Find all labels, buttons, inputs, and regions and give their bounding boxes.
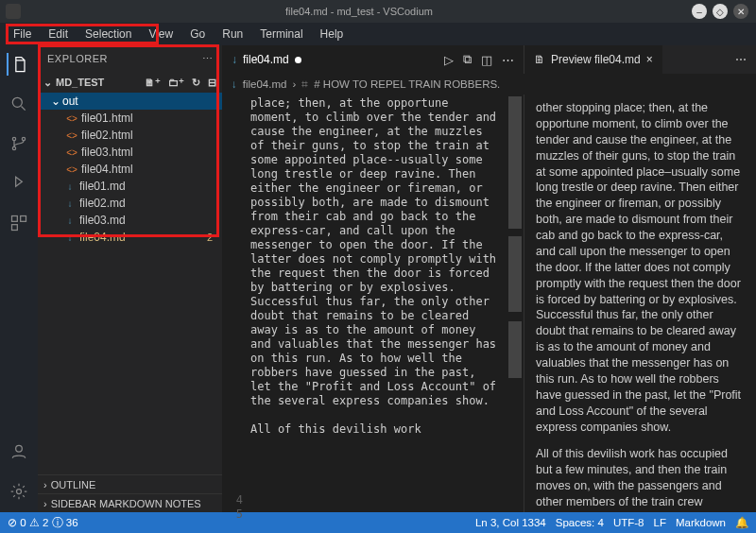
status-language[interactable]: Markdown	[676, 517, 726, 528]
menu-terminal[interactable]: Terminal	[252, 26, 310, 43]
project-section[interactable]: ⌄ MD_TEST 🗎⁺ 🗀⁺ ↻ ⊟	[38, 72, 222, 93]
notes-panel[interactable]: ›SIDEBAR MARKDOWN NOTES	[38, 493, 222, 512]
explorer-more-icon[interactable]: ⋯	[202, 53, 214, 65]
file-label: file02.html	[81, 129, 133, 142]
markdown-icon: ↓	[62, 198, 77, 209]
activity-scm[interactable]	[8, 132, 30, 155]
status-problems[interactable]: ⊘ 0 ⚠ 2 ⓘ 36	[8, 516, 78, 530]
more-icon[interactable]: ⋯	[502, 53, 514, 67]
menubar: File Edit Selection View Go Run Terminal…	[0, 23, 756, 45]
menu-go[interactable]: Go	[182, 26, 213, 43]
activity-extensions[interactable]	[8, 212, 30, 234]
activity-debug[interactable]	[8, 172, 30, 195]
tab-preview[interactable]: 🗎 Preview file04.md ×	[524, 45, 662, 74]
file-item[interactable]: <>file04.html	[38, 161, 222, 178]
files-icon	[10, 55, 29, 74]
titlebar: file04.md - md_test - VSCodium – ◇ ✕	[0, 0, 756, 23]
outline-label: OUTLINE	[51, 479, 96, 490]
close-icon[interactable]: ×	[646, 53, 653, 66]
html-icon: <>	[64, 130, 79, 141]
more-icon[interactable]: ⋯	[735, 53, 747, 66]
markdown-icon: ↓	[232, 78, 237, 90]
activity-explorer[interactable]	[7, 53, 29, 76]
folder-label: out	[62, 95, 78, 108]
activity-account[interactable]	[8, 440, 30, 463]
bell-icon[interactable]: 🔔	[735, 516, 748, 529]
preview-paragraph: All of this devilish work has occupied b…	[536, 446, 745, 512]
status-indent[interactable]: Spaces: 4	[556, 517, 604, 528]
close-button[interactable]: ✕	[733, 4, 748, 19]
menu-run[interactable]: Run	[215, 26, 250, 43]
file-item[interactable]: <>file02.html	[38, 127, 222, 144]
menu-help[interactable]: Help	[313, 26, 352, 43]
svg-point-2	[12, 146, 15, 149]
file-item[interactable]: ↓file03.md	[38, 212, 222, 229]
refresh-icon[interactable]: ↻	[192, 77, 200, 89]
breadcrumb-file[interactable]: file04.md	[243, 78, 287, 90]
html-icon: <>	[64, 147, 79, 158]
editor-tabs: ↓ file04.md	[222, 45, 312, 74]
extensions-icon	[9, 214, 28, 232]
modified-dot-icon	[295, 57, 301, 63]
menu-selection[interactable]: Selection	[77, 26, 139, 43]
minimize-button[interactable]: –	[692, 4, 707, 19]
html-icon: <>	[64, 113, 79, 124]
menu-file[interactable]: File	[6, 26, 39, 43]
html-icon: <>	[64, 164, 79, 175]
svg-point-1	[12, 137, 15, 140]
new-file-icon[interactable]: 🗎⁺	[145, 77, 161, 89]
file-item[interactable]: <>file03.html	[38, 144, 222, 161]
preview-paragraph: other stopping place; then, at the oppor…	[536, 100, 745, 435]
editor-actions: ▷ ⧉ ◫ ⋯	[435, 45, 524, 74]
minimap[interactable]	[507, 95, 524, 512]
markdown-icon: ↓	[232, 53, 237, 66]
status-encoding[interactable]: UTF-8	[613, 517, 644, 528]
file-item-active[interactable]: ↓file04.md2	[38, 229, 222, 246]
chevron-right-icon: ›	[43, 498, 47, 509]
file-item[interactable]: <>file01.html	[38, 110, 222, 127]
status-position[interactable]: Ln 3, Col 1334	[475, 517, 546, 528]
svg-point-0	[12, 97, 22, 107]
breadcrumb-heading[interactable]: # HOW TO REPEL TRAIN ROBBERS.	[314, 78, 500, 90]
line-gutter: 4 5	[222, 95, 250, 512]
sidebar: EXPLORER ⋯ ⌄ MD_TEST 🗎⁺ 🗀⁺ ↻ ⊟ ⌄ out <>f…	[38, 45, 222, 512]
code-content[interactable]: place; then, at the opportune moment, to…	[250, 95, 524, 512]
chevron-right-icon: ›	[43, 479, 47, 490]
file-item[interactable]: ↓file01.md	[38, 178, 222, 195]
preview-side-icon[interactable]: ⧉	[463, 52, 472, 67]
markdown-icon: ↓	[62, 215, 77, 226]
new-folder-icon[interactable]: 🗀⁺	[168, 77, 184, 89]
window-controls: – ◇ ✕	[692, 4, 756, 19]
heading-icon: ⌗	[301, 78, 308, 91]
editor-area: ↓ file04.md ▷ ⧉ ◫ ⋯ 🗎 Preview file04.md …	[222, 45, 756, 512]
preview-content[interactable]: other stopping place; then, at the oppor…	[524, 95, 756, 512]
folder-out[interactable]: ⌄ out	[38, 93, 222, 110]
tab-file04[interactable]: ↓ file04.md	[222, 45, 312, 74]
file-label: file04.html	[81, 163, 133, 176]
svg-rect-5	[21, 216, 26, 222]
svg-point-3	[22, 137, 25, 140]
svg-rect-4	[12, 216, 18, 222]
activity-settings[interactable]	[8, 480, 30, 503]
outline-panel[interactable]: ›OUTLINE	[38, 474, 222, 493]
editor-pane[interactable]: 4 5 place; then, at the opportune moment…	[222, 95, 524, 512]
status-eol[interactable]: LF	[654, 517, 666, 528]
file-item[interactable]: ↓file02.md	[38, 195, 222, 212]
breadcrumb[interactable]: ↓ file04.md › ⌗ # HOW TO REPEL TRAIN ROB…	[222, 74, 756, 95]
file-label: file01.html	[81, 112, 133, 125]
gear-icon	[9, 482, 28, 501]
menu-view[interactable]: View	[141, 26, 180, 43]
activity-search[interactable]	[8, 93, 30, 115]
window-title: file04.md - md_test - VSCodium	[26, 6, 692, 17]
run-icon[interactable]: ▷	[444, 53, 454, 67]
preview-icon: 🗎	[534, 53, 545, 66]
collapse-icon[interactable]: ⊟	[208, 77, 216, 89]
maximize-button[interactable]: ◇	[713, 4, 728, 19]
menu-edit[interactable]: Edit	[41, 26, 76, 43]
main: EXPLORER ⋯ ⌄ MD_TEST 🗎⁺ 🗀⁺ ↻ ⊟ ⌄ out <>f…	[0, 45, 756, 512]
markdown-icon: ↓	[62, 232, 77, 243]
file-label: file03.html	[81, 146, 133, 159]
bug-icon	[9, 174, 28, 193]
split-icon[interactable]: ◫	[481, 53, 492, 67]
search-icon	[9, 95, 28, 113]
